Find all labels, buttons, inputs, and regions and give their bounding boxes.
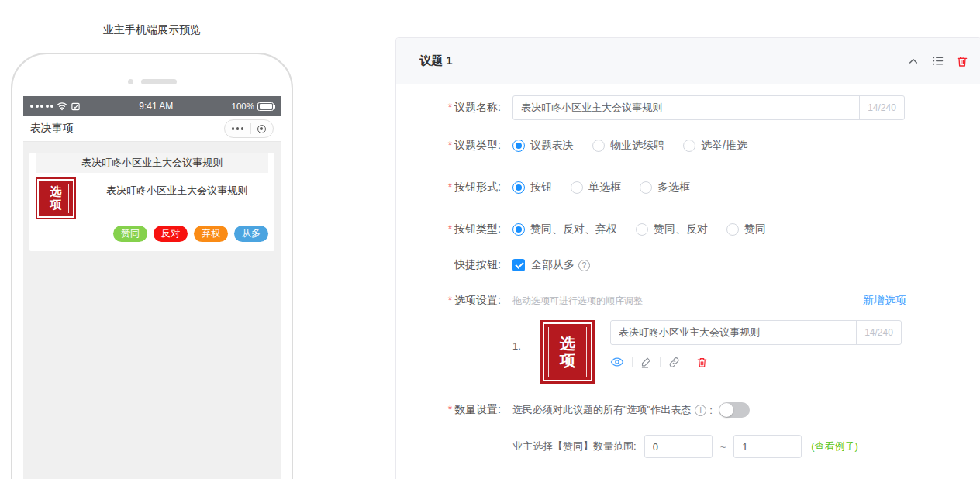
option-input-wrap: 14/240 [610,320,902,345]
field-option-settings: *选项设置: 拖动选项可进行选项的顺序调整 新增选项 [419,294,906,308]
radio-approve-oppose-abstain[interactable]: 赞同、反对、弃权 [512,222,617,236]
edit-pencil-icon[interactable] [640,357,652,368]
preview-eye-icon[interactable] [610,355,624,369]
vote-card-text: 表决叮咚小区业主大会议事规则 [85,177,268,219]
field-label: *议题名称: [419,101,501,115]
nav-title: 表决事项 [30,122,224,136]
required-asterisk: * [448,294,452,306]
action-divider [688,357,688,367]
phone-status-bar: 9:41 AM 100% [23,96,281,116]
radio-button[interactable]: 按钮 [512,181,552,195]
radio-icon [636,223,648,236]
battery-icon [257,102,274,111]
preview-title: 业主手机端展示预览 [11,23,293,37]
field-label: *选项设置: [419,294,501,308]
colon-text: : [709,405,713,416]
field-button-type: *按钮类型: 赞同、反对、弃权 赞同、反对 赞同 [419,222,906,236]
radio-multi-select[interactable]: 多选框 [640,181,690,195]
vote-buttons: 赞同 反对 弃权 从多 [29,219,274,242]
field-quantity-settings: *数量设置: 选民必须对此议题的所有"选项"作出表态 : [419,402,906,418]
wechat-capsule[interactable] [224,119,274,138]
collapse-icon[interactable] [907,55,920,67]
range-label: 业主选择【赞同】数量范围: [512,439,637,453]
toggle-knob [719,403,733,417]
button-type-radio-group: 赞同、反对、弃权 赞同、反对 赞同 [512,222,766,236]
radio-icon [571,181,583,194]
must-vote-text: 选民必须对此议题的所有"选项"作出表态 [512,403,691,417]
topic-name-input-wrap: 14/240 [512,95,905,120]
radio-icon [512,181,525,194]
status-time: 9:41 AM [81,101,232,112]
radio-icon [512,223,525,236]
camera-dot-icon [128,79,133,84]
phone-content: 表决叮咚小区业主大会议事规则 选 项 表决叮咚小区业主大会议事规则 赞同 反对 [23,142,281,479]
topic-form: *议题名称: 14/240 *议题类型: 议题表决 物业选续聘 选举/推选 *按… [396,84,980,479]
panel-title: 议题 1 [419,53,907,68]
radio-icon [640,181,652,194]
list-icon[interactable] [931,54,944,67]
vote-button-abstain[interactable]: 弃权 [194,226,228,242]
battery-percent: 100% [232,102,254,111]
delete-option-icon[interactable] [696,357,708,368]
required-asterisk: * [448,403,452,415]
page: 业主手机端展示预览 9:41 AM 100% [0,0,980,479]
info-circle-icon[interactable] [695,405,706,416]
badge-char: 选 [560,335,575,352]
radio-icon [726,223,739,236]
option-name-input[interactable] [611,321,856,344]
vote-button-follow-majority[interactable]: 从多 [234,226,268,242]
all-follow-majority-checkbox[interactable] [512,259,525,271]
must-vote-toggle[interactable] [719,402,750,418]
topic-type-radio-group: 议题表决 物业选续聘 选举/推选 [512,139,747,153]
radio-icon [592,140,605,152]
vote-card-title: 表决叮咚小区业主大会议事规则 [36,153,268,173]
message-check-icon [71,102,81,112]
radio-single-select[interactable]: 单选框 [571,181,621,195]
option-actions [610,355,902,369]
more-icon[interactable] [232,127,244,130]
phone-screen: 9:41 AM 100% 表决事项 表决叮咚小区业主大会议事规则 [23,96,281,479]
badge-char: 项 [560,352,575,369]
vote-card: 表决叮咚小区业主大会议事规则 选 项 表决叮咚小区业主大会议事规则 赞同 反对 [29,153,274,251]
vote-button-oppose[interactable]: 反对 [154,226,188,242]
radio-approve-only[interactable]: 赞同 [726,222,766,236]
radio-election[interactable]: 选举/推选 [683,139,747,153]
required-asterisk: * [448,139,452,151]
signal-icon [30,105,53,108]
radio-property-hiring[interactable]: 物业选续聘 [592,139,664,153]
option-item[interactable]: 1. 选 项 14/240 [512,320,906,384]
checkbox-label: 全部从多 [531,258,575,272]
char-counter: 14/240 [856,321,901,344]
approve-range-row: 业主选择【赞同】数量范围: ~ (查看例子) [512,435,906,458]
question-circle-icon[interactable] [578,260,590,271]
view-example-link[interactable]: (查看例子) [811,439,858,453]
char-counter: 14/240 [859,96,904,119]
button-form-radio-group: 按钮 单选框 多选框 [512,181,690,195]
field-label: *议题类型: [419,139,501,153]
range-max-input[interactable] [733,435,802,458]
field-label: 快捷按钮: [419,258,501,272]
phone-nav-bar: 表决事项 [23,116,281,142]
radio-topic-vote[interactable]: 议题表决 [512,139,574,153]
phone-speaker [12,79,292,84]
required-asterisk: * [448,181,452,193]
option-index: 1. [512,340,528,384]
radio-icon [512,140,525,152]
minimize-icon[interactable] [257,125,266,133]
tilde-text: ~ [720,441,726,453]
topic-name-input[interactable] [513,96,859,119]
range-min-input[interactable] [644,435,713,458]
required-asterisk: * [448,101,452,113]
radio-approve-oppose[interactable]: 赞同、反对 [636,222,708,236]
topic-panel: 议题 1 *议题名称: 14/240 [395,37,980,479]
field-label: *按钮类型: [419,222,501,236]
action-divider [660,357,661,367]
wifi-icon [57,102,67,111]
badge-char: 选 [50,185,62,198]
link-icon[interactable] [668,357,680,368]
vote-button-approve[interactable]: 赞同 [113,226,147,242]
action-divider [632,357,633,367]
add-option-link[interactable]: 新增选项 [863,294,906,308]
delete-topic-icon[interactable] [956,55,968,67]
field-label: *数量设置: [419,403,501,417]
